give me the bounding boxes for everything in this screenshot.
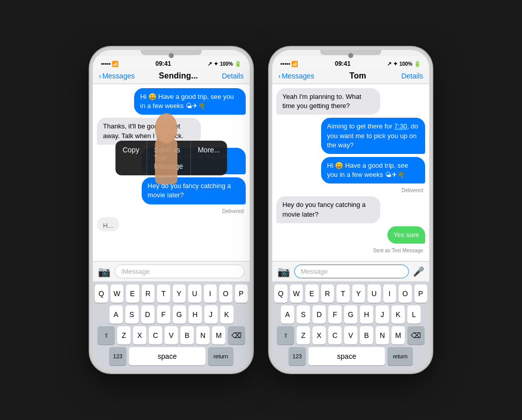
phone2-msg-2: Aiming to get there for 7:30, do you wan… — [321, 118, 425, 154]
p2-key-q[interactable]: Q — [274, 284, 288, 303]
key-y[interactable]: Y — [173, 284, 186, 303]
phone1-details-button[interactable]: Details — [222, 72, 244, 80]
key-space[interactable]: space — [129, 347, 205, 365]
p2-key-t[interactable]: T — [336, 284, 350, 303]
p2-key-m[interactable]: M — [392, 326, 405, 345]
key-a[interactable]: A — [110, 305, 123, 324]
p2-key-n[interactable]: N — [376, 326, 389, 345]
p2-key-z[interactable]: Z — [297, 326, 310, 345]
phone1-msg-1: Hi 😀 Have a good trip, see you in a few … — [134, 88, 246, 115]
p2-key-delete[interactable]: ⌫ — [407, 326, 425, 345]
phone2-camera-icon[interactable]: 📷 — [277, 266, 290, 278]
key-t[interactable]: T — [157, 284, 170, 303]
p2-key-e[interactable]: E — [305, 284, 319, 303]
phone1-camera-icon[interactable]: 📷 — [98, 266, 111, 278]
phone1-input-bar: 📷 iMessage — [93, 261, 250, 281]
phone2-camera — [348, 53, 353, 58]
phone2-kb-row-4: 123 space return — [274, 347, 427, 365]
p2-key-d[interactable]: D — [312, 305, 326, 324]
key-f[interactable]: F — [157, 305, 170, 324]
phone2-time: 09:41 — [335, 60, 351, 67]
p2-key-space[interactable]: space — [308, 347, 385, 365]
p2-key-w[interactable]: W — [290, 284, 303, 303]
phone2-back-button[interactable]: ‹ Messages — [278, 72, 314, 80]
p2-key-x[interactable]: X — [312, 326, 326, 345]
key-h[interactable]: H — [189, 305, 202, 324]
p2-key-j[interactable]: J — [376, 305, 389, 324]
p2-key-return[interactable]: return — [387, 347, 413, 365]
phone2-mic-icon[interactable]: 🎤 — [413, 266, 424, 277]
phone2-signal: ••••• 📶 — [280, 61, 298, 67]
key-i[interactable]: I — [204, 284, 217, 303]
phone1-camera — [169, 53, 174, 58]
key-x[interactable]: X — [133, 326, 146, 345]
phone1-nav-title: Sending... — [159, 71, 198, 81]
phone1-msg-4: Hey do you fancy catching a movie later? — [142, 177, 246, 204]
phone1-time: 09:41 — [155, 60, 171, 67]
send-as-text-button[interactable]: Send as Text Message — [147, 141, 191, 175]
key-z[interactable]: Z — [117, 326, 130, 345]
p2-key-i[interactable]: I — [383, 284, 397, 303]
phone2-nav-title: Tom — [350, 71, 367, 81]
key-o[interactable]: O — [219, 284, 232, 303]
key-b[interactable]: B — [180, 326, 194, 345]
p2-key-a[interactable]: A — [281, 305, 294, 324]
p2-key-k[interactable]: K — [392, 305, 405, 324]
context-menu[interactable]: Copy Send as Text Message More... — [115, 141, 227, 175]
phones-container: ••••• 📶 09:41 ↗ ✦ 100% 🔋 ‹ Messages Send… — [90, 47, 432, 373]
phone1-battery-area: ↗ ✦ 100% 🔋 — [207, 61, 242, 67]
p2-key-l[interactable]: L — [407, 305, 421, 324]
phone1-keyboard: Q W E R T Y U I O P A S D F G H J K — [93, 281, 250, 370]
p2-key-o[interactable]: O — [399, 284, 412, 303]
phone2-keyboard: Q W E R T Y U I O P A S D F G H J K L — [272, 281, 429, 370]
p2-key-v[interactable]: V — [344, 326, 357, 345]
p2-key-h[interactable]: H — [360, 305, 373, 324]
key-123[interactable]: 123 — [109, 347, 126, 365]
key-w[interactable]: W — [111, 284, 124, 303]
phone1-input-field[interactable]: iMessage — [115, 265, 245, 278]
key-shift[interactable]: ⇧ — [97, 326, 115, 345]
p2-key-shift[interactable]: ⇧ — [277, 326, 294, 345]
p2-key-u[interactable]: U — [368, 284, 381, 303]
p2-key-p[interactable]: P — [414, 284, 428, 303]
phone2-details-button[interactable]: Details — [401, 72, 423, 80]
more-button[interactable]: More... — [191, 141, 227, 175]
p2-key-123[interactable]: 123 — [289, 347, 306, 365]
key-v[interactable]: V — [165, 326, 178, 345]
key-r[interactable]: R — [142, 284, 155, 303]
key-q[interactable]: Q — [95, 284, 108, 303]
phone2-sent-as: Sent as Text Message — [276, 248, 423, 253]
copy-button[interactable]: Copy — [115, 141, 147, 175]
key-m[interactable]: M — [212, 326, 225, 345]
key-g[interactable]: G — [173, 305, 186, 324]
p2-key-c[interactable]: C — [328, 326, 342, 345]
key-u[interactable]: U — [188, 284, 201, 303]
key-c[interactable]: C — [149, 326, 162, 345]
phone2-input-bar: 📷 Message 🎤 — [272, 261, 429, 281]
key-return[interactable]: return — [208, 347, 233, 365]
key-j[interactable]: J — [204, 305, 218, 324]
phone2-kb-row-1: Q W E R T Y U I O P — [274, 284, 427, 303]
phone1-back-button[interactable]: ‹ Messages — [99, 72, 135, 80]
p2-key-b[interactable]: B — [360, 326, 373, 345]
p2-key-r[interactable]: R — [321, 284, 334, 303]
key-s[interactable]: S — [125, 305, 139, 324]
key-e[interactable]: E — [126, 284, 139, 303]
phone2-nav-bar: ‹ Messages Tom Details — [272, 68, 429, 84]
phone2-msg-4: Hey do you fancy catching a movie later? — [276, 196, 380, 223]
key-n[interactable]: N — [196, 326, 210, 345]
key-p[interactable]: P — [235, 284, 248, 303]
p2-key-f[interactable]: F — [328, 305, 342, 324]
p2-key-g[interactable]: G — [344, 305, 357, 324]
phone2-messages-area: Yeah I'm planning to. What time you gett… — [272, 84, 429, 261]
key-delete[interactable]: ⌫ — [228, 326, 245, 345]
key-k[interactable]: K — [220, 305, 233, 324]
key-d[interactable]: D — [141, 305, 154, 324]
phone1-signal: ••••• 📶 — [101, 61, 119, 67]
phone1-kb-row-4: 123 space return — [95, 347, 248, 365]
phone1-delivered: Delivered — [97, 208, 244, 214]
p2-key-s[interactable]: S — [297, 305, 310, 324]
p2-key-y[interactable]: Y — [352, 284, 366, 303]
phone2-input-field[interactable]: Message — [294, 265, 409, 278]
phone-1: ••••• 📶 09:41 ↗ ✦ 100% 🔋 ‹ Messages Send… — [90, 47, 253, 373]
